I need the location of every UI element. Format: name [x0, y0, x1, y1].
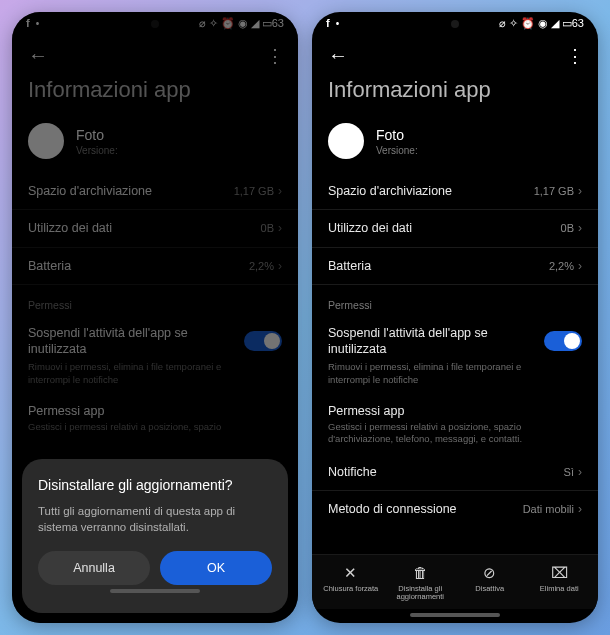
suspend-toggle[interactable] — [544, 331, 582, 351]
home-indicator[interactable] — [410, 613, 500, 617]
camera-hole — [451, 20, 459, 28]
phone-right: f • ⌀ ✧ ⏰ ◉ ◢ ▭63 ← ⋮ Informazioni app F… — [312, 12, 598, 623]
vibrate-icon: ✧ — [509, 17, 518, 30]
trash-icon: 🗑 — [413, 565, 428, 581]
header: ← ⋮ — [312, 34, 598, 73]
chevron-right-icon: › — [578, 465, 582, 479]
alarm-icon: ⏰ — [521, 17, 535, 30]
back-arrow-icon[interactable]: ← — [328, 44, 348, 67]
dialog-backdrop: Disinstallare gli aggiornamenti? Tutti g… — [12, 12, 298, 623]
overflow-menu-icon[interactable]: ⋮ — [566, 45, 582, 67]
home-indicator[interactable] — [110, 589, 200, 593]
block-icon: ⊘ — [483, 565, 496, 581]
dialog-message: Tutti gli aggiornamenti di questa app di… — [38, 503, 272, 535]
app-name: Foto — [376, 127, 418, 143]
bluetooth-off-icon: ⌀ — [499, 17, 506, 30]
uninstall-dialog: Disinstallare gli aggiornamenti? Tutti g… — [22, 459, 288, 613]
permissions-section-label: Permessi — [312, 285, 598, 317]
app-permissions-row[interactable]: Permessi app Gestisci i permessi relativ… — [312, 396, 598, 454]
bottom-action-bar: ✕ Chiusura forzata 🗑 Disinstalla gli agg… — [312, 554, 598, 610]
chevron-right-icon: › — [578, 184, 582, 198]
ok-button[interactable]: OK — [160, 551, 272, 585]
app-header: Foto Versione: — [312, 117, 598, 173]
phone-left: f • ⌀ ✧ ⏰ ◉ ◢ ▭63 ← ⋮ Informazioni app F… — [12, 12, 298, 623]
content: Spazio d'archiviazione 1,17 GB› Utilizzo… — [312, 173, 598, 554]
notifications-row[interactable]: Notifiche Sì› — [312, 454, 598, 491]
chevron-right-icon: › — [578, 259, 582, 273]
cancel-button[interactable]: Annulla — [38, 551, 150, 585]
battery-icon: ▭63 — [562, 17, 584, 30]
clear-data-button[interactable]: ⌧ Elimina dati — [525, 565, 595, 602]
page-title: Informazioni app — [312, 73, 598, 117]
dialog-title: Disinstallare gli aggiornamenti? — [38, 477, 272, 493]
disable-button[interactable]: ⊘ Disattiva — [455, 565, 525, 602]
battery-row[interactable]: Batteria 2,2%› — [312, 248, 598, 285]
signal-icon: ◢ — [551, 17, 559, 30]
data-usage-row[interactable]: Utilizzo dei dati 0B› — [312, 210, 598, 247]
storage-row[interactable]: Spazio d'archiviazione 1,17 GB› — [312, 173, 598, 210]
app-icon — [328, 123, 364, 159]
broom-icon: ⌧ — [551, 565, 568, 581]
chevron-right-icon: › — [578, 502, 582, 516]
connection-row[interactable]: Metodo di connessione Dati mobili› — [312, 491, 598, 527]
close-icon: ✕ — [344, 565, 357, 581]
force-stop-button[interactable]: ✕ Chiusura forzata — [316, 565, 386, 602]
chevron-right-icon: › — [578, 221, 582, 235]
app-version: Versione: — [376, 145, 418, 156]
uninstall-updates-button[interactable]: 🗑 Disinstalla gli aggiornamenti — [386, 565, 456, 602]
wifi-icon: ◉ — [538, 17, 548, 30]
facebook-icon: f — [326, 17, 330, 29]
notification-dot-icon: • — [336, 18, 340, 29]
suspend-row: Sospendi l'attività dell'app se inutiliz… — [312, 317, 598, 396]
